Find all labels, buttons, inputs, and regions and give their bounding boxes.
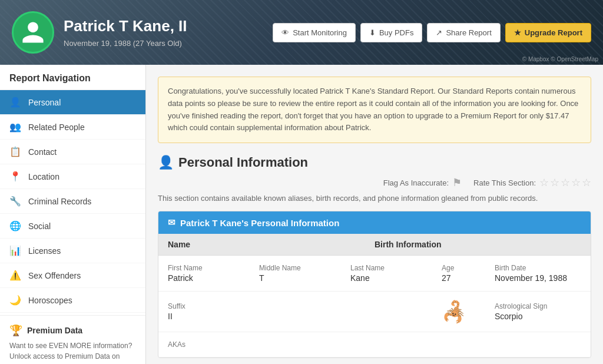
sidebar-item-contact[interactable]: 📋 Contact xyxy=(0,140,145,164)
sidebar-item-personal[interactable]: 👤 Personal xyxy=(0,90,145,115)
criminal-icon: 🔧 xyxy=(9,196,21,207)
eye-icon: 👁 xyxy=(281,28,289,37)
download-icon: ⬇ xyxy=(369,28,376,37)
sidebar-item-licenses[interactable]: 📊 Licenses xyxy=(0,239,145,263)
sidebar-item-label: Personal xyxy=(28,98,61,107)
name-birth-row: First Name Patrick Middle Name T Last Na… xyxy=(158,256,591,292)
premium-description: Want to see EVEN MORE information? Unloc… xyxy=(9,340,136,364)
sidebar-item-label: Horoscopes xyxy=(28,296,72,305)
star-5[interactable]: ☆ xyxy=(582,176,591,189)
rate-section: Rate This Section: ☆ ☆ ☆ ☆ ☆ xyxy=(473,176,591,189)
envelope-icon: ✉ xyxy=(168,217,175,228)
section-meta: Flag As Inaccurate: ⚑ Rate This Section:… xyxy=(158,176,591,189)
star-2[interactable]: ☆ xyxy=(550,176,559,189)
sidebar-item-social[interactable]: 🌐 Social xyxy=(0,214,145,239)
sidebar-title: Report Navigation xyxy=(0,65,145,90)
person-dob: November 19, 1988 (27 Years Old) xyxy=(64,39,187,48)
akas-row: AKAs xyxy=(158,332,591,358)
page-header: Patrick T Kane, II November 19, 1988 (27… xyxy=(0,0,603,65)
middle-name-field: Middle Name T xyxy=(259,264,350,283)
moon-icon: 🌙 xyxy=(9,294,21,306)
rate-label: Rate This Section: xyxy=(473,178,536,187)
location-icon: 📍 xyxy=(9,171,21,182)
people-icon: 👥 xyxy=(9,121,21,133)
sidebar-item-location[interactable]: 📍 Location xyxy=(0,164,145,189)
contact-icon: 📋 xyxy=(9,146,21,157)
scorpio-icon: 🦂 xyxy=(442,300,466,323)
flag-icon[interactable]: ⚑ xyxy=(452,176,462,189)
section-description: This section contains available known al… xyxy=(158,194,591,203)
star-1[interactable]: ☆ xyxy=(539,176,549,189)
person-name: Patrick T Kane, II xyxy=(64,17,187,35)
sidebar-item-label: Criminal Records xyxy=(28,197,91,206)
akas-label: AKAs xyxy=(168,340,581,349)
age-field: Age 27 xyxy=(442,264,495,283)
share-icon: ↗ xyxy=(436,28,442,37)
person-section-icon: 👤 xyxy=(158,155,174,170)
notice-box: Congratulations, you've successfully loc… xyxy=(158,77,591,143)
avatar xyxy=(12,11,54,54)
sidebar-item-related-people[interactable]: 👥 Related People xyxy=(0,115,145,140)
sidebar-item-label: Licenses xyxy=(28,246,61,256)
page-layout: Report Navigation 👤 Personal 👥 Related P… xyxy=(0,65,603,364)
table-header-row: Name Birth Information xyxy=(158,234,591,256)
sidebar-item-label: Related People xyxy=(28,123,85,132)
trophy-icon: 🏆 xyxy=(9,324,22,337)
card-header: ✉ Patrick T Kane's Personal Information xyxy=(158,211,591,234)
personal-info-card: ✉ Patrick T Kane's Personal Information … xyxy=(158,211,591,358)
upgrade-report-button[interactable]: ★ Upgrade Report xyxy=(505,23,591,42)
sidebar-item-horoscopes[interactable]: 🌙 Horoscopes xyxy=(0,288,145,313)
social-icon: 🌐 xyxy=(9,220,21,231)
sidebar-item-criminal-records[interactable]: 🔧 Criminal Records xyxy=(0,189,145,214)
licenses-icon: 📊 xyxy=(9,245,21,256)
sidebar-item-label: Sex Offenders xyxy=(28,271,81,280)
star-rating[interactable]: ☆ ☆ ☆ ☆ ☆ xyxy=(539,176,591,189)
share-report-button[interactable]: ↗ Share Report xyxy=(427,23,500,42)
buy-pdfs-button[interactable]: ⬇ Buy PDFs xyxy=(360,23,423,42)
scorpio-icon-wrapper: 🦂 xyxy=(442,300,495,323)
star-4[interactable]: ☆ xyxy=(571,176,581,189)
first-name-field: First Name Patrick xyxy=(168,264,259,283)
birth-date-field: Birth Date November 19, 1988 xyxy=(495,264,581,283)
premium-title: 🏆 Premium Data xyxy=(9,324,136,337)
birth-col-header: Birth Information xyxy=(375,240,581,249)
sidebar-item-label: Contact xyxy=(28,147,57,157)
start-monitoring-button[interactable]: 👁 Start Monitoring xyxy=(273,23,356,42)
last-name-field: Last Name Kane xyxy=(350,264,442,283)
person-icon: 👤 xyxy=(9,97,21,108)
header-name-block: Patrick T Kane, II November 19, 1988 (27… xyxy=(64,17,187,48)
star-3[interactable]: ☆ xyxy=(561,176,570,189)
main-content: Congratulations, you've successfully loc… xyxy=(146,65,603,364)
header-actions: 👁 Start Monitoring ⬇ Buy PDFs ↗ Share Re… xyxy=(273,23,591,42)
sidebar-item-label: Social xyxy=(28,221,51,231)
sidebar-item-label: Location xyxy=(28,172,59,181)
star-icon: ★ xyxy=(514,28,521,37)
flag-label: Flag As Inaccurate: xyxy=(383,178,449,187)
warning-icon: ⚠️ xyxy=(9,270,21,281)
premium-data-block: 🏆 Premium Data Want to see EVEN MORE inf… xyxy=(0,315,145,364)
astro-field: Astrological Sign Scorpio xyxy=(495,302,581,321)
section-title: 👤 Personal Information xyxy=(158,155,591,170)
flag-inaccurate: Flag As Inaccurate: ⚑ xyxy=(383,176,462,189)
mapbox-credit: © Mapbox © OpenStreetMap xyxy=(522,56,598,62)
name-col-header: Name xyxy=(168,240,375,249)
suffix-astro-row: Suffix II 🦂 Astrological Sign Scorpio xyxy=(158,292,591,332)
sidebar-item-sex-offenders[interactable]: ⚠️ Sex Offenders xyxy=(0,263,145,288)
header-identity: Patrick T Kane, II November 19, 1988 (27… xyxy=(12,11,187,54)
sidebar: Report Navigation 👤 Personal 👥 Related P… xyxy=(0,65,146,364)
suffix-field: Suffix II xyxy=(168,302,259,321)
